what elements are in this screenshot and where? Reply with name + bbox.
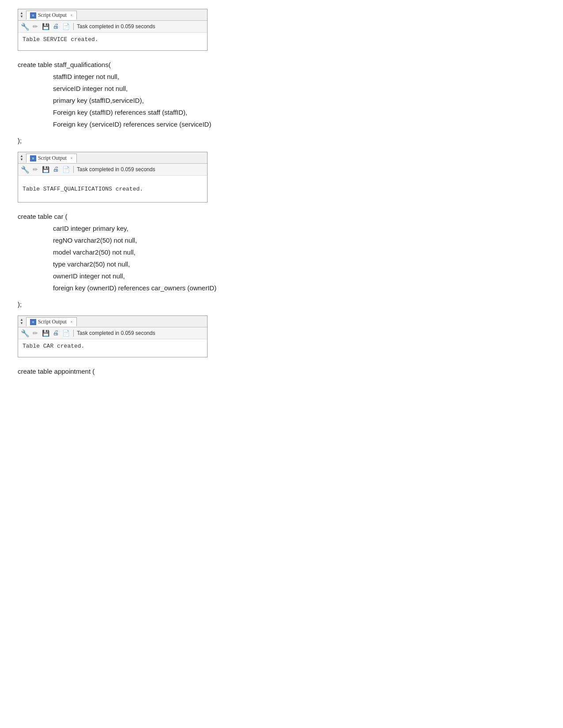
edit-icon-3: ✏ xyxy=(33,330,38,337)
panel-content-1: Table SERVICE created. xyxy=(18,33,207,50)
code-line-2-2: regNO varchar2(50) not null, xyxy=(18,234,545,246)
resize-arrows-2[interactable]: ▲ ▼ xyxy=(20,154,23,161)
save-icon-2: 💾 xyxy=(42,166,49,173)
code-line-1-5: Foreign key (serviceID) references servi… xyxy=(18,118,545,130)
edit-button-2[interactable]: ✏ xyxy=(31,165,40,174)
run-icon-3: 🔧 xyxy=(21,329,30,338)
arrow-down-icon-2[interactable]: ▼ xyxy=(20,158,23,161)
tab-doc-icon-3: ≡ xyxy=(30,319,36,325)
tab-label-1: Script Output xyxy=(38,12,67,19)
run-button-2[interactable]: 🔧 xyxy=(21,165,30,174)
code-line-1-1: staffID integer not null, xyxy=(18,71,545,83)
code-line-closing-1: ); xyxy=(18,135,545,146)
save-button-2[interactable]: 💾 xyxy=(41,165,50,174)
run-button-1[interactable]: 🔧 xyxy=(21,22,30,31)
edit-button-1[interactable]: ✏ xyxy=(31,22,40,31)
saveas-button-2[interactable]: 🖨 xyxy=(51,165,60,174)
arrow-down-icon-3[interactable]: ▼ xyxy=(20,322,23,325)
saveas-icon-2: 🖨 xyxy=(53,166,59,173)
code-block-2: create table car ( carID integer primary… xyxy=(18,210,545,294)
code-line-2-1: carID integer primary key, xyxy=(18,222,545,234)
script-output-panel-1: ▲ ▼ ≡ Script Output × 🔧 ✏ 💾 🖨 📄 Task com… xyxy=(18,9,208,51)
tab-close-1[interactable]: × xyxy=(70,13,73,18)
code-line-2-0: create table car ( xyxy=(18,210,545,222)
code-block-1: create table staff_qualifications( staff… xyxy=(18,59,545,130)
code-line-2-5: ownerID integer not null, xyxy=(18,270,545,282)
code-line-1-2: serviceID integer not null, xyxy=(18,83,545,94)
save-icon-3: 💾 xyxy=(42,330,49,337)
code-block-3: create table appointment ( xyxy=(18,365,545,377)
tab-close-3[interactable]: × xyxy=(70,319,73,324)
code-closing-2: ); xyxy=(18,298,545,310)
tab-doc-icon-2: ≡ xyxy=(30,155,36,161)
open-button-3[interactable]: 📄 xyxy=(61,329,70,338)
save-button-3[interactable]: 💾 xyxy=(41,329,50,338)
output-text-3: Table CAR created. xyxy=(23,343,84,349)
panel-content-3: Table CAR created. xyxy=(18,339,207,357)
open-button-2[interactable]: 📄 xyxy=(61,165,70,174)
resize-arrows-3[interactable]: ▲ ▼ xyxy=(20,318,23,325)
code-closing-1: ); xyxy=(18,135,545,146)
code-line-2-6: foreign key (ownerID) references car_own… xyxy=(18,282,545,294)
arrow-down-icon[interactable]: ▼ xyxy=(20,15,23,19)
output-text-2: Table STAFF_QUALIFICATIONS created. xyxy=(23,186,143,192)
open-icon-1: 📄 xyxy=(62,23,70,30)
code-line-2-3: model varchar2(50) not null, xyxy=(18,246,545,258)
saveas-button-3[interactable]: 🖨 xyxy=(51,329,60,338)
toolbar-2: 🔧 ✏ 💾 🖨 📄 Task completed in 0.059 second… xyxy=(18,164,207,176)
run-button-3[interactable]: 🔧 xyxy=(21,329,30,338)
script-output-tab-1[interactable]: ≡ Script Output × xyxy=(26,11,77,20)
code-line-1-3: primary key (staffID,serviceID), xyxy=(18,94,545,106)
tab-bar-1: ▲ ▼ ≡ Script Output × xyxy=(18,9,207,21)
tab-doc-icon-1: ≡ xyxy=(30,12,36,19)
task-status-2: Task completed in 0.059 seconds xyxy=(77,166,155,173)
panel-content-2: Table STAFF_QUALIFICATIONS created. xyxy=(18,176,207,202)
toolbar-separator-2 xyxy=(73,166,74,173)
saveas-icon-3: 🖨 xyxy=(53,330,59,337)
script-output-panel-3: ▲ ▼ ≡ Script Output × 🔧 ✏ 💾 🖨 📄 Task com… xyxy=(18,315,208,357)
tab-label-2: Script Output xyxy=(38,155,67,161)
task-status-3: Task completed in 0.059 seconds xyxy=(77,330,155,336)
tab-bar-3: ▲ ▼ ≡ Script Output × xyxy=(18,316,207,327)
toolbar-3: 🔧 ✏ 💾 🖨 📄 Task completed in 0.059 second… xyxy=(18,327,207,339)
edit-icon-2: ✏ xyxy=(33,166,38,173)
script-output-panel-2: ▲ ▼ ≡ Script Output × 🔧 ✏ 💾 🖨 📄 Task com… xyxy=(18,152,208,203)
edit-button-3[interactable]: ✏ xyxy=(31,329,40,338)
code-line-2-4: type varchar2(50) not null, xyxy=(18,258,545,270)
resize-arrows-1[interactable]: ▲ ▼ xyxy=(20,11,23,19)
script-output-tab-2[interactable]: ≡ Script Output × xyxy=(26,154,77,163)
script-output-tab-3[interactable]: ≡ Script Output × xyxy=(26,317,77,326)
run-icon-1: 🔧 xyxy=(21,23,30,31)
tab-label-3: Script Output xyxy=(38,319,67,325)
save-button-1[interactable]: 💾 xyxy=(41,22,50,31)
tab-bar-2: ▲ ▼ ≡ Script Output × xyxy=(18,152,207,164)
run-icon-2: 🔧 xyxy=(21,165,30,174)
open-icon-2: 📄 xyxy=(62,166,70,173)
tab-close-2[interactable]: × xyxy=(70,156,73,161)
saveas-button-1[interactable]: 🖨 xyxy=(51,22,60,31)
output-text-1: Table SERVICE created. xyxy=(23,36,98,43)
open-button-1[interactable]: 📄 xyxy=(61,22,70,31)
toolbar-separator-1 xyxy=(73,23,74,30)
code-line-closing-2: ); xyxy=(18,298,545,310)
toolbar-1: 🔧 ✏ 💾 🖨 📄 Task completed in 0.059 second… xyxy=(18,21,207,33)
save-icon-1: 💾 xyxy=(42,23,49,30)
code-line-1-0: create table staff_qualifications( xyxy=(18,59,545,71)
edit-icon-1: ✏ xyxy=(33,23,38,30)
open-icon-3: 📄 xyxy=(62,330,70,337)
saveas-icon-1: 🖨 xyxy=(53,23,59,30)
code-line-1-4: Foreign key (staffID) references staff (… xyxy=(18,106,545,118)
code-line-3-0: create table appointment ( xyxy=(18,365,545,377)
task-status-1: Task completed in 0.059 seconds xyxy=(77,23,155,30)
toolbar-separator-3 xyxy=(73,330,74,337)
